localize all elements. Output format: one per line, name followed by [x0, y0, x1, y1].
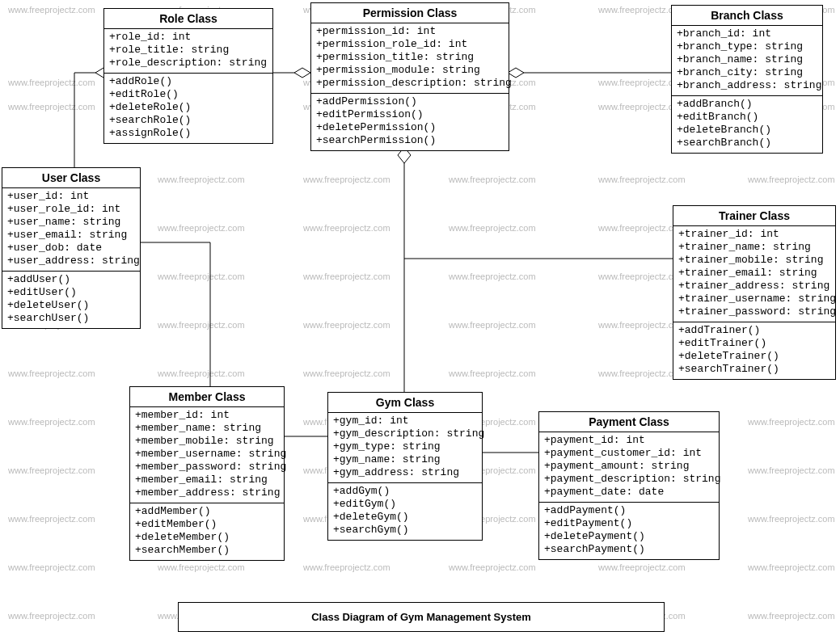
class-branch: Branch Class +branch_id: int+branch_type… [671, 5, 823, 154]
class-title: User Class [2, 168, 140, 188]
class-row: +user_dob: date [7, 242, 135, 255]
class-attrs: +gym_id: int+gym_description: string+gym… [328, 413, 482, 483]
class-row: +addRole() [109, 75, 268, 88]
class-row: +member_password: string [135, 461, 279, 474]
class-title: Role Class [104, 9, 272, 29]
class-row: +searchBranch() [677, 137, 817, 149]
class-user: User Class +user_id: int+user_role_id: i… [2, 167, 141, 329]
class-title: Payment Class [539, 412, 719, 432]
class-row: +trainer_password: string [678, 305, 830, 318]
class-row: +searchGym() [333, 524, 477, 537]
class-methods: +addGym()+editGym()+deleteGym()+searchGy… [328, 483, 482, 540]
class-row: +user_id: int [7, 190, 135, 203]
class-methods: +addPermission()+editPermission()+delete… [311, 94, 509, 150]
class-row: +member_username: string [135, 448, 279, 461]
class-row: +editPermission() [316, 108, 504, 121]
class-row: +member_id: int [135, 409, 279, 422]
class-row: +assignRole() [109, 127, 268, 140]
class-row: +branch_type: string [677, 40, 817, 53]
class-gym: Gym Class +gym_id: int+gym_description: … [327, 392, 483, 541]
class-row: +editPayment() [544, 517, 714, 530]
class-attrs: +branch_id: int+branch_type: string+bran… [672, 26, 822, 96]
class-row: +addBranch() [677, 98, 817, 111]
class-row: +searchMember() [135, 544, 279, 557]
class-row: +deleteBranch() [677, 124, 817, 137]
class-title: Member Class [130, 387, 284, 407]
class-row: +permission_title: string [316, 51, 504, 64]
svg-marker-4 [294, 68, 310, 78]
class-row: +payment_description: string [544, 473, 714, 486]
diagram-canvas: www.freeprojectz.comwww.freeprojectz.com… [0, 0, 840, 640]
class-role: Role Class +role_id: int+role_title: str… [103, 8, 273, 144]
class-permission: Permission Class +permission_id: int+per… [310, 2, 509, 151]
class-row: +user_role_id: int [7, 203, 135, 216]
class-row: +user_name: string [7, 216, 135, 229]
class-row: +searchPermission() [316, 134, 504, 147]
class-row: +editMember() [135, 518, 279, 531]
class-row: +user_address: string [7, 255, 135, 267]
class-member: Member Class +member_id: int+member_name… [129, 386, 285, 561]
class-row: +trainer_mobile: string [678, 254, 830, 267]
class-methods: +addUser()+editUser()+deleteUser()+searc… [2, 272, 140, 328]
class-row: +addPayment() [544, 504, 714, 517]
class-row: +searchPayment() [544, 543, 714, 556]
class-row: +role_id: int [109, 31, 268, 44]
class-row: +searchTrainer() [678, 363, 830, 376]
class-attrs: +trainer_id: int+trainer_name: string+tr… [673, 226, 835, 322]
class-row: +editTrainer() [678, 337, 830, 350]
class-row: +branch_address: string [677, 79, 817, 92]
class-row: +trainer_username: string [678, 293, 830, 305]
class-methods: +addTrainer()+editTrainer()+deleteTraine… [673, 322, 835, 379]
class-row: +permission_role_id: int [316, 38, 504, 51]
class-row: +member_address: string [135, 486, 279, 499]
class-title: Trainer Class [673, 206, 835, 226]
class-methods: +addRole()+editRole()+deleteRole()+searc… [104, 74, 272, 143]
class-title: Branch Class [672, 6, 822, 26]
class-methods: +addBranch()+editBranch()+deleteBranch()… [672, 96, 822, 153]
class-row: +role_description: string [109, 57, 268, 69]
class-row: +addGym() [333, 485, 477, 498]
class-row: +permission_module: string [316, 64, 504, 77]
class-row: +deleteGym() [333, 511, 477, 524]
diagram-caption: Class Diagram of Gym Management System [178, 602, 665, 632]
class-title: Permission Class [311, 3, 509, 23]
class-row: +branch_name: string [677, 53, 817, 66]
class-row: +payment_id: int [544, 434, 714, 447]
class-row: +addTrainer() [678, 324, 830, 337]
class-row: +payment_amount: string [544, 460, 714, 473]
class-row: +searchRole() [109, 114, 268, 127]
caption-text: Class Diagram of Gym Management System [311, 611, 531, 623]
class-attrs: +payment_id: int+payment_customer_id: in… [539, 432, 719, 503]
class-row: +role_title: string [109, 44, 268, 57]
class-row: +deletePermission() [316, 121, 504, 134]
class-row: +user_email: string [7, 229, 135, 242]
class-row: +member_email: string [135, 474, 279, 486]
class-row: +member_name: string [135, 422, 279, 435]
class-row: +addPermission() [316, 95, 504, 108]
class-row: +member_mobile: string [135, 435, 279, 448]
class-title: Gym Class [328, 393, 482, 413]
class-row: +deletePayment() [544, 530, 714, 543]
class-row: +gym_address: string [333, 466, 477, 479]
class-row: +editGym() [333, 498, 477, 511]
class-row: +trainer_name: string [678, 241, 830, 254]
class-row: +gym_name: string [333, 453, 477, 466]
class-row: +addMember() [135, 505, 279, 518]
class-row: +gym_type: string [333, 440, 477, 453]
class-row: +deleteMember() [135, 531, 279, 544]
class-row: +trainer_email: string [678, 267, 830, 280]
class-row: +deleteUser() [7, 299, 135, 312]
class-row: +payment_customer_id: int [544, 447, 714, 460]
class-row: +searchUser() [7, 312, 135, 325]
class-row: +gym_description: string [333, 427, 477, 440]
class-row: +gym_id: int [333, 415, 477, 427]
class-row: +editBranch() [677, 111, 817, 124]
class-row: +branch_id: int [677, 27, 817, 40]
class-attrs: +member_id: int+member_name: string+memb… [130, 407, 284, 503]
class-methods: +addPayment()+editPayment()+deletePaymen… [539, 503, 719, 559]
class-row: +deleteTrainer() [678, 350, 830, 363]
class-trainer: Trainer Class +trainer_id: int+trainer_n… [673, 205, 836, 380]
class-row: +trainer_address: string [678, 280, 830, 293]
class-payment: Payment Class +payment_id: int+payment_c… [538, 411, 720, 560]
class-row: +trainer_id: int [678, 228, 830, 241]
